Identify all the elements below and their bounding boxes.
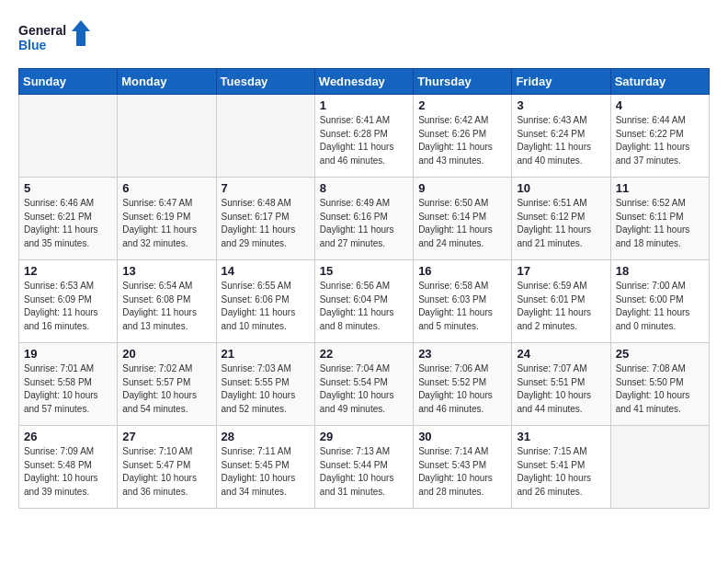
day-number: 23	[418, 347, 506, 361]
day-info: Sunrise: 7:08 AM Sunset: 5:50 PM Dayligh…	[616, 362, 704, 416]
calendar-cell: 11Sunrise: 6:52 AM Sunset: 6:11 PM Dayli…	[610, 178, 709, 260]
day-number: 25	[616, 347, 704, 361]
day-info: Sunrise: 7:11 AM Sunset: 5:45 PM Dayligh…	[222, 445, 310, 499]
calendar-week-4: 19Sunrise: 7:01 AM Sunset: 5:58 PM Dayli…	[19, 343, 710, 426]
calendar-week-1: 1Sunrise: 6:41 AM Sunset: 6:28 PM Daylig…	[19, 95, 710, 178]
calendar-week-5: 26Sunrise: 7:09 AM Sunset: 5:48 PM Dayli…	[19, 426, 710, 509]
calendar-cell: 17Sunrise: 6:59 AM Sunset: 6:01 PM Dayli…	[512, 260, 610, 343]
weekday-header-tuesday: Tuesday	[216, 69, 314, 95]
calendar-cell: 3Sunrise: 6:43 AM Sunset: 6:24 PM Daylig…	[512, 95, 610, 178]
weekday-header-monday: Monday	[118, 69, 216, 95]
svg-text:General: General	[18, 23, 66, 38]
logo: General Blue	[18, 18, 92, 59]
svg-marker-2	[72, 20, 90, 46]
day-info: Sunrise: 6:51 AM Sunset: 6:12 PM Dayligh…	[517, 197, 605, 250]
day-number: 1	[320, 98, 408, 112]
calendar-cell: 7Sunrise: 6:48 AM Sunset: 6:17 PM Daylig…	[216, 178, 314, 260]
calendar-cell: 14Sunrise: 6:55 AM Sunset: 6:06 PM Dayli…	[216, 260, 314, 343]
day-info: Sunrise: 6:58 AM Sunset: 6:03 PM Dayligh…	[418, 280, 506, 333]
calendar-cell: 20Sunrise: 7:02 AM Sunset: 5:57 PM Dayli…	[118, 343, 216, 426]
calendar-week-3: 12Sunrise: 6:53 AM Sunset: 6:09 PM Dayli…	[19, 260, 710, 343]
day-number: 28	[222, 430, 310, 443]
day-info: Sunrise: 6:44 AM Sunset: 6:22 PM Dayligh…	[616, 114, 704, 167]
calendar-cell: 1Sunrise: 6:41 AM Sunset: 6:28 PM Daylig…	[314, 95, 413, 178]
calendar-cell: 13Sunrise: 6:54 AM Sunset: 6:08 PM Dayli…	[118, 260, 216, 343]
calendar-cell: 29Sunrise: 7:13 AM Sunset: 5:44 PM Dayli…	[314, 426, 413, 509]
calendar-cell: 9Sunrise: 6:50 AM Sunset: 6:14 PM Daylig…	[414, 178, 512, 260]
calendar-cell: 22Sunrise: 7:04 AM Sunset: 5:54 PM Dayli…	[314, 343, 413, 426]
weekday-header-friday: Friday	[512, 69, 610, 95]
day-number: 14	[222, 264, 310, 278]
day-info: Sunrise: 7:09 AM Sunset: 5:48 PM Dayligh…	[24, 445, 112, 499]
calendar-week-2: 5Sunrise: 6:46 AM Sunset: 6:21 PM Daylig…	[19, 178, 710, 260]
day-info: Sunrise: 6:52 AM Sunset: 6:11 PM Dayligh…	[616, 197, 704, 250]
day-info: Sunrise: 6:48 AM Sunset: 6:17 PM Dayligh…	[222, 197, 310, 250]
calendar-cell: 4Sunrise: 6:44 AM Sunset: 6:22 PM Daylig…	[610, 95, 709, 178]
day-info: Sunrise: 7:13 AM Sunset: 5:44 PM Dayligh…	[320, 445, 408, 499]
weekday-header-row: SundayMondayTuesdayWednesdayThursdayFrid…	[19, 69, 710, 95]
day-number: 13	[122, 264, 210, 278]
day-number: 19	[24, 347, 112, 361]
calendar-cell: 8Sunrise: 6:49 AM Sunset: 6:16 PM Daylig…	[314, 178, 413, 260]
day-number: 9	[418, 181, 506, 195]
day-number: 21	[222, 347, 310, 361]
day-number: 29	[320, 430, 408, 443]
calendar-body: 1Sunrise: 6:41 AM Sunset: 6:28 PM Daylig…	[19, 95, 710, 509]
svg-text:Blue: Blue	[18, 38, 47, 52]
day-number: 8	[320, 181, 408, 195]
calendar-cell: 6Sunrise: 6:47 AM Sunset: 6:19 PM Daylig…	[118, 178, 216, 260]
calendar-cell: 16Sunrise: 6:58 AM Sunset: 6:03 PM Dayli…	[414, 260, 512, 343]
day-number: 15	[320, 264, 408, 278]
day-number: 10	[517, 181, 605, 195]
day-info: Sunrise: 7:10 AM Sunset: 5:47 PM Dayligh…	[122, 445, 210, 499]
day-info: Sunrise: 6:49 AM Sunset: 6:16 PM Dayligh…	[320, 197, 408, 250]
weekday-header-saturday: Saturday	[610, 69, 709, 95]
weekday-header-wednesday: Wednesday	[314, 69, 413, 95]
day-number: 4	[616, 98, 704, 112]
calendar-cell: 30Sunrise: 7:14 AM Sunset: 5:43 PM Dayli…	[414, 426, 512, 509]
day-info: Sunrise: 6:59 AM Sunset: 6:01 PM Dayligh…	[517, 280, 605, 333]
day-number: 17	[517, 264, 605, 278]
calendar-cell	[19, 95, 118, 178]
calendar-cell: 31Sunrise: 7:15 AM Sunset: 5:41 PM Dayli…	[512, 426, 610, 509]
calendar-cell	[610, 426, 709, 509]
calendar-cell: 2Sunrise: 6:42 AM Sunset: 6:26 PM Daylig…	[414, 95, 512, 178]
calendar-cell: 23Sunrise: 7:06 AM Sunset: 5:52 PM Dayli…	[414, 343, 512, 426]
calendar-cell: 28Sunrise: 7:11 AM Sunset: 5:45 PM Dayli…	[216, 426, 314, 509]
calendar-cell: 25Sunrise: 7:08 AM Sunset: 5:50 PM Dayli…	[610, 343, 709, 426]
calendar-table: SundayMondayTuesdayWednesdayThursdayFrid…	[18, 68, 710, 509]
day-number: 11	[616, 181, 704, 195]
day-info: Sunrise: 7:07 AM Sunset: 5:51 PM Dayligh…	[517, 362, 605, 416]
day-number: 18	[616, 264, 704, 278]
day-number: 20	[122, 347, 210, 361]
calendar-cell: 18Sunrise: 7:00 AM Sunset: 6:00 PM Dayli…	[610, 260, 709, 343]
day-info: Sunrise: 7:06 AM Sunset: 5:52 PM Dayligh…	[418, 362, 506, 416]
day-info: Sunrise: 7:03 AM Sunset: 5:55 PM Dayligh…	[222, 362, 310, 416]
day-info: Sunrise: 6:41 AM Sunset: 6:28 PM Dayligh…	[320, 114, 408, 167]
day-number: 7	[222, 181, 310, 195]
day-number: 27	[122, 430, 210, 443]
day-number: 31	[517, 430, 605, 443]
logo-svg: General Blue	[18, 18, 92, 59]
weekday-header-thursday: Thursday	[414, 69, 512, 95]
calendar-cell: 10Sunrise: 6:51 AM Sunset: 6:12 PM Dayli…	[512, 178, 610, 260]
day-number: 16	[418, 264, 506, 278]
calendar-cell: 26Sunrise: 7:09 AM Sunset: 5:48 PM Dayli…	[19, 426, 118, 509]
day-info: Sunrise: 6:55 AM Sunset: 6:06 PM Dayligh…	[222, 280, 310, 333]
day-number: 5	[24, 181, 112, 195]
calendar-cell: 24Sunrise: 7:07 AM Sunset: 5:51 PM Dayli…	[512, 343, 610, 426]
day-info: Sunrise: 6:54 AM Sunset: 6:08 PM Dayligh…	[122, 280, 210, 333]
day-info: Sunrise: 7:04 AM Sunset: 5:54 PM Dayligh…	[320, 362, 408, 416]
calendar-cell: 12Sunrise: 6:53 AM Sunset: 6:09 PM Dayli…	[19, 260, 118, 343]
day-number: 30	[418, 430, 506, 443]
page-header: General Blue	[18, 18, 710, 59]
day-info: Sunrise: 7:15 AM Sunset: 5:41 PM Dayligh…	[517, 445, 605, 499]
day-number: 3	[517, 98, 605, 112]
calendar-cell: 27Sunrise: 7:10 AM Sunset: 5:47 PM Dayli…	[118, 426, 216, 509]
calendar-cell	[118, 95, 216, 178]
day-info: Sunrise: 6:53 AM Sunset: 6:09 PM Dayligh…	[24, 280, 112, 333]
day-info: Sunrise: 6:43 AM Sunset: 6:24 PM Dayligh…	[517, 114, 605, 167]
calendar-cell: 15Sunrise: 6:56 AM Sunset: 6:04 PM Dayli…	[314, 260, 413, 343]
calendar-cell: 21Sunrise: 7:03 AM Sunset: 5:55 PM Dayli…	[216, 343, 314, 426]
day-info: Sunrise: 7:01 AM Sunset: 5:58 PM Dayligh…	[24, 362, 112, 416]
